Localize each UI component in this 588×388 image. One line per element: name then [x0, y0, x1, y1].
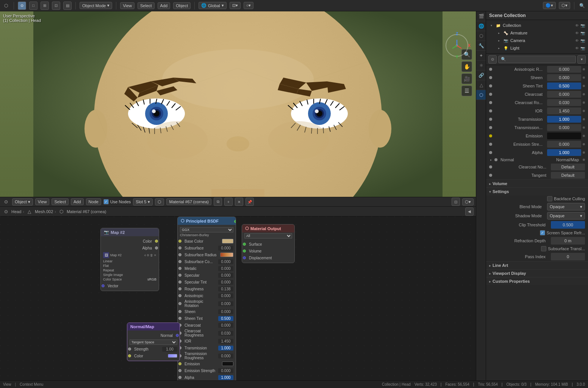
breadcrumb-mesh[interactable]: Mesh.002: [35, 209, 53, 214]
node-menu[interactable]: Node: [86, 198, 101, 205]
collapse-node-panel-btn[interactable]: ◀: [465, 207, 474, 216]
status-context-menu[interactable]: Context Menu: [20, 382, 43, 386]
settings-section[interactable]: ▾ Settings: [486, 187, 588, 195]
search-icon[interactable]: 🔍: [578, 2, 586, 9]
armature-visibility[interactable]: 👁: [575, 31, 579, 35]
collection-item[interactable]: ▾ 📁 Collection 👁 📷: [486, 22, 588, 29]
pass-index-value[interactable]: 0: [551, 253, 585, 260]
light-render[interactable]: 📷: [580, 46, 585, 50]
camera-visibility[interactable]: 👁: [575, 39, 579, 43]
mode-icon-3[interactable]: ⊞: [41, 2, 49, 10]
node-add-menu[interactable]: Add: [71, 198, 84, 205]
render-dropdown[interactable]: 🔵▾: [543, 2, 556, 9]
light-visibility[interactable]: 👁: [575, 46, 579, 50]
view-menu[interactable]: View: [120, 2, 134, 9]
material-name-dropdown[interactable]: Material #67 (cornea): [166, 198, 211, 205]
backface-culling-checkbox[interactable]: [547, 196, 552, 201]
add-menu[interactable]: Add: [158, 2, 170, 9]
camera-icon[interactable]: 🎥: [461, 73, 472, 84]
camera-item[interactable]: ▸ 📷 Camera 👁 📷: [486, 37, 588, 44]
transform-dropdown[interactable]: 🌐 Global ▾: [199, 2, 227, 9]
material-new-btn[interactable]: +: [224, 198, 233, 206]
data-icon-btn[interactable]: △: [476, 80, 486, 90]
normal-arrow[interactable]: ▸: [489, 158, 493, 162]
physics-icon-btn[interactable]: ⚛: [476, 61, 486, 70]
overlay-icon[interactable]: ☰: [461, 86, 472, 96]
blend-mode-dropdown[interactable]: Opaque ▾: [547, 203, 585, 210]
line-art-section[interactable]: ▸ Line Art: [486, 261, 588, 269]
material-icon-btn[interactable]: ⬡: [476, 90, 486, 100]
output-target-select[interactable]: All: [244, 233, 292, 238]
anisotropic-dot[interactable]: [489, 68, 492, 71]
scene-icon-btn[interactable]: 🎬: [476, 11, 486, 21]
node-select-menu[interactable]: Select: [52, 198, 69, 205]
trans-rough-value[interactable]: 0.000: [547, 124, 581, 131]
transmission-value[interactable]: 1.000: [547, 116, 581, 123]
refraction-depth-value[interactable]: 0 m: [551, 237, 585, 245]
light-item[interactable]: ▸ 💡 Light 👁 📷: [486, 44, 588, 52]
camera-render[interactable]: 📷: [580, 39, 585, 43]
viewport[interactable]: User Perspective (1) Collection | Head 🔍…: [0, 11, 476, 197]
proportional-dropdown[interactable]: ○▾: [244, 2, 254, 9]
normal-dot[interactable]: [494, 158, 497, 161]
sheen-value[interactable]: 0.000: [547, 74, 581, 81]
use-nodes-checkbox[interactable]: ✓: [103, 199, 109, 204]
particles-icon-btn[interactable]: ✦: [476, 51, 486, 61]
mode-icon-4[interactable]: ⊡: [52, 2, 60, 10]
collection-render[interactable]: 📷: [580, 23, 585, 28]
alpha-value[interactable]: 1.000: [547, 149, 581, 156]
clip-threshold-value[interactable]: 0.500: [551, 221, 585, 229]
props-filter-btn[interactable]: ▾: [577, 55, 586, 64]
screen-space-checkbox[interactable]: ✓: [540, 230, 545, 235]
em-str-value[interactable]: 0.000: [547, 141, 581, 148]
viewport-display-section[interactable]: ▸ Viewport Display: [486, 269, 588, 277]
normalmap-tangent-select[interactable]: Tangent Space: [130, 340, 177, 345]
sheen-dot[interactable]: [489, 76, 492, 79]
clearcoat-no-value[interactable]: Default: [551, 164, 585, 170]
alpha-dot[interactable]: [489, 151, 492, 154]
ior-dot[interactable]: [489, 109, 492, 112]
material-delete-btn[interactable]: ✕: [235, 198, 243, 206]
ior-value[interactable]: 1.450: [547, 108, 581, 114]
snap-dropdown[interactable]: ⊡▾: [230, 2, 241, 9]
clearcoat-dot[interactable]: [489, 93, 492, 96]
viewport-shading[interactable]: ⬡▾: [559, 2, 570, 9]
constraints-icon-btn[interactable]: 🔗: [476, 70, 486, 80]
status-view-btn[interactable]: View: [3, 382, 11, 386]
em-str-dot[interactable]: [489, 143, 492, 146]
transmission-dot[interactable]: [489, 118, 492, 121]
subsurface-checkbox[interactable]: [541, 246, 546, 251]
mode-icon-2[interactable]: □: [29, 2, 38, 10]
layout-mode-btn[interactable]: ⊙: [18, 2, 26, 10]
emission-value[interactable]: [547, 132, 581, 139]
node-view-menu[interactable]: View: [35, 198, 50, 205]
props-editor-icon[interactable]: ⊙: [488, 55, 497, 64]
node-shading-dropdown[interactable]: ⬡▾: [462, 198, 474, 206]
volume-section[interactable]: ▸ Volume: [486, 179, 588, 187]
anisotropic-value[interactable]: 0.000: [547, 66, 581, 73]
sheen-tint-value[interactable]: 0.500: [547, 83, 581, 89]
object-icon-btn[interactable]: ⬡: [476, 31, 486, 41]
breadcrumb-head[interactable]: Head: [11, 209, 21, 214]
trans-rough-dot[interactable]: [489, 126, 492, 129]
node-canvas[interactable]: 📷 Map #2 Color Alpha: [0, 217, 476, 380]
object-menu[interactable]: Object: [173, 2, 191, 9]
custom-properties-section[interactable]: ▸ Custom Properties: [486, 277, 588, 285]
view-pan-icon[interactable]: ✋: [461, 61, 472, 72]
material-sphere-icon[interactable]: ⬡: [155, 198, 164, 206]
bsdf-shader-select[interactable]: GGX: [180, 227, 233, 232]
emission-dot[interactable]: [489, 134, 492, 137]
object-mode-dropdown[interactable]: Object ▾: [12, 198, 33, 206]
armature-render[interactable]: 📷: [580, 31, 585, 35]
breadcrumb-material[interactable]: Material #67 (cornea): [67, 209, 106, 214]
blender-logo-icon[interactable]: ⬡: [2, 2, 10, 9]
snap-btn[interactable]: ⊡: [452, 198, 460, 206]
clearcoat-no-dot[interactable]: [489, 165, 492, 168]
tangent-dot[interactable]: [489, 174, 492, 177]
clearcoat-rough-value[interactable]: 0.030: [547, 99, 581, 106]
material-pin-btn[interactable]: 📌: [246, 198, 254, 206]
mode-dropdown[interactable]: Object Mode ▾: [80, 2, 112, 9]
armature-item[interactable]: ▸ 🦴 Armature 👁 📷: [486, 29, 588, 37]
material-copy-btn[interactable]: ⧉: [214, 198, 222, 206]
world-icon-btn[interactable]: 🌐: [476, 21, 486, 31]
